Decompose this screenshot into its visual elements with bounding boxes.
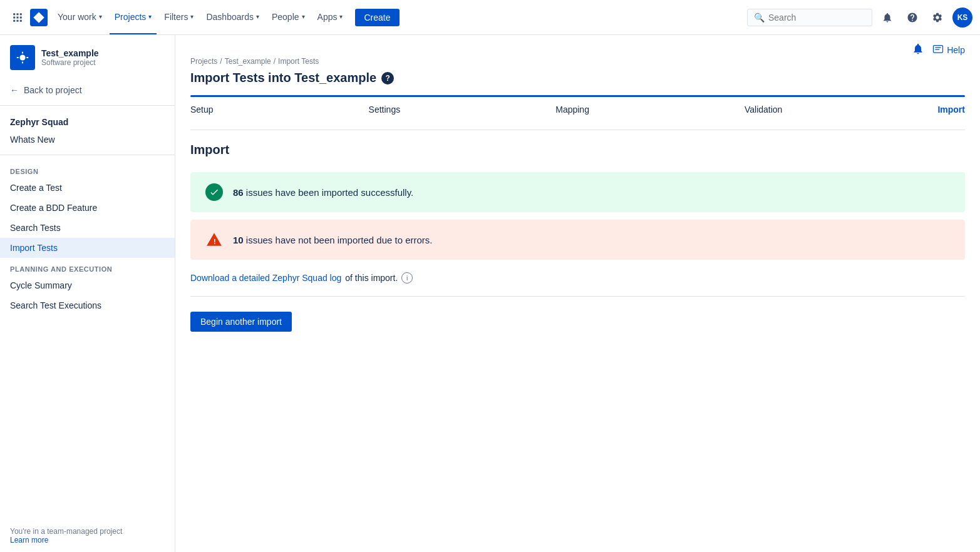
main-layout: Test_example Software project ← Back to … (0, 35, 980, 552)
search-input[interactable] (768, 13, 865, 23)
nav-your-work[interactable]: Your work ▾ (53, 0, 107, 34)
sidebar-item-search-tests[interactable]: Search Tests (0, 218, 175, 238)
svg-rect-1 (17, 13, 19, 15)
sidebar-project: Test_example Software project (0, 35, 175, 80)
wizard-step-setup[interactable]: Setup (190, 105, 214, 115)
log-mid-text: of this import. (345, 273, 398, 283)
import-section-heading: Import (190, 130, 965, 157)
success-icon (205, 183, 223, 201)
svg-rect-3 (13, 16, 15, 18)
svg-rect-5 (20, 16, 22, 18)
content-divider (190, 296, 965, 297)
grid-menu-button[interactable] (8, 8, 28, 28)
top-area: Help (175, 35, 980, 57)
log-download-link[interactable]: Download a detailed Zephyr Squad log (190, 273, 341, 283)
chevron-down-icon: ▾ (148, 13, 152, 20)
sidebar-item-create-test[interactable]: Create a Test (0, 178, 175, 198)
wizard-bar-container: Setup Settings Mapping Validation Import (175, 95, 980, 115)
avatar[interactable]: KS (952, 8, 972, 28)
title-help-circle[interactable]: ? (381, 72, 394, 84)
help-button[interactable] (902, 8, 922, 28)
logo[interactable] (30, 9, 48, 26)
breadcrumb-import-tests[interactable]: Import Tests (278, 57, 319, 66)
sidebar-item-whats-new[interactable]: Whats New (0, 130, 175, 150)
page-header: Projects / Test_example / Import Tests I… (175, 57, 980, 85)
breadcrumb-project-name[interactable]: Test_example (225, 57, 271, 66)
success-text: 86 issues have been imported successfull… (233, 187, 413, 198)
sidebar-item-search-executions[interactable]: Search Test Executions (0, 295, 175, 315)
svg-rect-4 (17, 16, 19, 18)
chevron-down-icon: ▾ (256, 13, 259, 20)
sidebar-divider-2 (0, 155, 175, 155)
page-title: Import Tests into Test_example (190, 71, 376, 85)
svg-rect-8 (20, 19, 22, 21)
wizard-step-settings[interactable]: Settings (369, 105, 401, 115)
learn-more-link[interactable]: Learn more (10, 536, 48, 544)
help-icon-button[interactable]: Help (932, 44, 965, 56)
notifications-button[interactable] (877, 8, 897, 28)
svg-rect-11 (934, 45, 943, 53)
sidebar-section-design: DESIGN (0, 160, 175, 178)
error-result-box: ! 10 issues have not been imported due t… (190, 220, 965, 260)
svg-rect-2 (20, 13, 22, 15)
info-circle-icon[interactable]: i (401, 272, 413, 284)
sidebar-item-cycle-summary[interactable]: Cycle Summary (0, 275, 175, 295)
settings-button[interactable] (927, 8, 947, 28)
search-box[interactable]: 🔍 (747, 9, 872, 26)
sidebar: Test_example Software project ← Back to … (0, 35, 175, 552)
main-content: Help Projects / Test_example / Import Te… (175, 35, 980, 552)
page-title-row: Import Tests into Test_example ? (190, 71, 965, 85)
sidebar-bottom: You're in a team-managed project Learn m… (0, 519, 175, 552)
breadcrumb-projects[interactable]: Projects (190, 57, 217, 66)
back-to-project[interactable]: ← Back to project (0, 80, 175, 100)
chevron-down-icon: ▾ (302, 13, 305, 20)
log-row: Download a detailed Zephyr Squad log of … (190, 272, 965, 284)
nav-apps[interactable]: Apps ▾ (312, 0, 348, 34)
project-icon (10, 45, 35, 70)
error-text: 10 issues have not been imported due to … (233, 235, 433, 245)
sidebar-divider-1 (0, 105, 175, 106)
wizard-step-import[interactable]: Import (937, 105, 965, 115)
back-arrow-icon: ← (10, 85, 19, 95)
sidebar-item-import-tests[interactable]: Import Tests (0, 238, 175, 258)
breadcrumb-sep-1: / (220, 57, 222, 66)
sidebar-section-planning: PLANNING AND EXECUTION (0, 258, 175, 275)
sidebar-section-title: Zephyr Squad (0, 111, 175, 130)
breadcrumb: Projects / Test_example / Import Tests (190, 57, 965, 66)
nav-people[interactable]: People ▾ (267, 0, 310, 34)
project-name: Test_example (41, 48, 99, 58)
wizard-step-mapping[interactable]: Mapping (555, 105, 589, 115)
chevron-down-icon: ▾ (99, 13, 102, 20)
topnav: Your work ▾ Projects ▾ Filters ▾ Dashboa… (0, 0, 980, 35)
chevron-down-icon: ▾ (339, 13, 343, 20)
search-icon: 🔍 (754, 13, 765, 23)
bell-icon[interactable] (912, 43, 924, 57)
create-button[interactable]: Create (355, 9, 399, 26)
success-result-box: 86 issues have been imported successfull… (190, 172, 965, 212)
project-type: Software project (41, 58, 99, 67)
help-area: Help (912, 43, 965, 57)
nav-dashboards[interactable]: Dashboards ▾ (201, 0, 264, 34)
wizard-steps: Setup Settings Mapping Validation Import (190, 105, 965, 115)
breadcrumb-sep-2: / (274, 57, 276, 66)
nav-projects[interactable]: Projects ▾ (110, 0, 157, 34)
wizard-step-validation[interactable]: Validation (745, 105, 782, 115)
svg-text:!: ! (214, 238, 216, 245)
error-icon: ! (205, 231, 223, 248)
begin-another-import-button[interactable]: Begin another import (190, 312, 292, 332)
topnav-right: 🔍 KS (747, 8, 972, 28)
sidebar-item-create-bdd[interactable]: Create a BDD Feature (0, 198, 175, 218)
help-label: Help (947, 45, 965, 55)
svg-rect-6 (13, 19, 15, 21)
chevron-down-icon: ▾ (190, 13, 193, 20)
svg-rect-0 (13, 13, 15, 15)
svg-point-10 (19, 54, 25, 60)
nav-filters[interactable]: Filters ▾ (159, 0, 199, 34)
content-area: Import 86 issues have been imported succ… (175, 130, 980, 332)
svg-rect-7 (17, 19, 19, 21)
